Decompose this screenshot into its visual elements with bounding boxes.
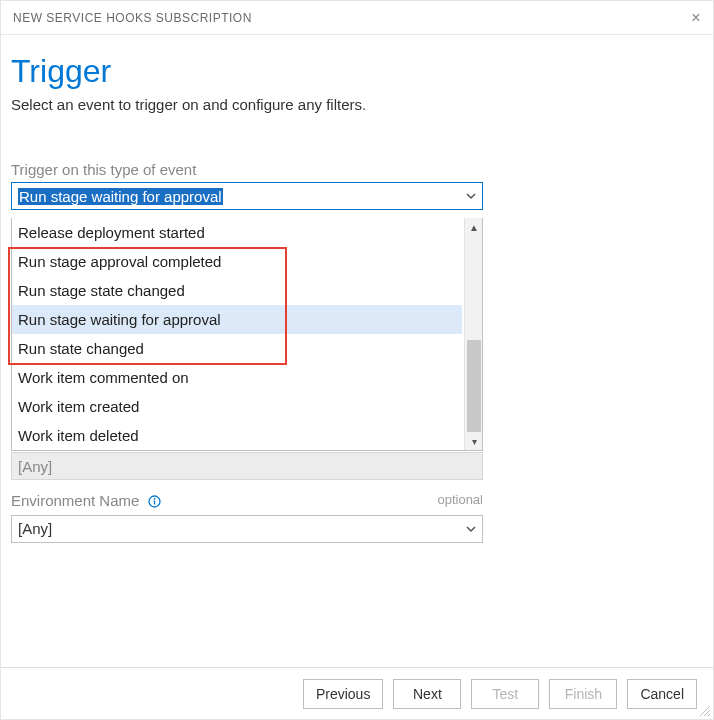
- event-type-dropdown: Release deployment started Run stage app…: [11, 218, 483, 451]
- dropdown-option[interactable]: Work item deleted: [12, 421, 462, 450]
- scroll-thumb[interactable]: [467, 340, 481, 432]
- scroll-down-icon[interactable]: ▾: [465, 432, 483, 450]
- title-bar: NEW SERVICE HOOKS SUBSCRIPTION ×: [1, 1, 713, 35]
- chevron-down-icon: [464, 189, 478, 203]
- environment-name-select[interactable]: [Any]: [11, 515, 483, 543]
- optional-badge: optional: [437, 492, 483, 507]
- dropdown-option[interactable]: Run stage approval completed: [12, 247, 462, 276]
- chevron-down-icon: [464, 522, 478, 536]
- hidden-any-value: [Any]: [18, 458, 52, 475]
- dropdown-option[interactable]: Run state changed: [12, 334, 462, 363]
- page-title: Trigger: [11, 53, 695, 90]
- dialog-title: NEW SERVICE HOOKS SUBSCRIPTION: [13, 11, 252, 25]
- event-type-select[interactable]: Run stage waiting for approval: [11, 182, 483, 210]
- event-type-label: Trigger on this type of event: [11, 161, 695, 178]
- environment-name-value: [Any]: [18, 520, 52, 537]
- svg-point-1: [153, 497, 155, 499]
- next-button[interactable]: Next: [393, 679, 461, 709]
- dropdown-scrollbar[interactable]: ▲ ▾: [464, 218, 482, 450]
- svg-line-5: [708, 714, 710, 716]
- wizard-footer: Previous Next Test Finish Cancel: [1, 667, 713, 719]
- resize-grip-icon[interactable]: [697, 703, 711, 717]
- dropdown-option[interactable]: Run stage state changed: [12, 276, 462, 305]
- dropdown-option[interactable]: Work item commented on: [12, 363, 462, 392]
- close-icon[interactable]: ×: [691, 10, 701, 26]
- info-icon[interactable]: [148, 494, 161, 511]
- environment-name-label-text: Environment Name: [11, 492, 139, 509]
- test-button: Test: [471, 679, 539, 709]
- cancel-button[interactable]: Cancel: [627, 679, 697, 709]
- dropdown-option[interactable]: Release deployment started: [12, 218, 462, 247]
- environment-name-label: Environment Name optional: [11, 492, 483, 511]
- hidden-any-select[interactable]: [Any]: [11, 452, 483, 480]
- dropdown-option[interactable]: Run stage waiting for approval: [12, 305, 462, 334]
- finish-button: Finish: [549, 679, 617, 709]
- scroll-up-icon[interactable]: ▲: [465, 218, 483, 236]
- event-type-selected-text: Run stage waiting for approval: [18, 188, 223, 205]
- page-subtitle: Select an event to trigger on and config…: [11, 96, 695, 113]
- dropdown-option[interactable]: Work item created: [12, 392, 462, 421]
- svg-rect-2: [153, 500, 154, 504]
- previous-button[interactable]: Previous: [303, 679, 383, 709]
